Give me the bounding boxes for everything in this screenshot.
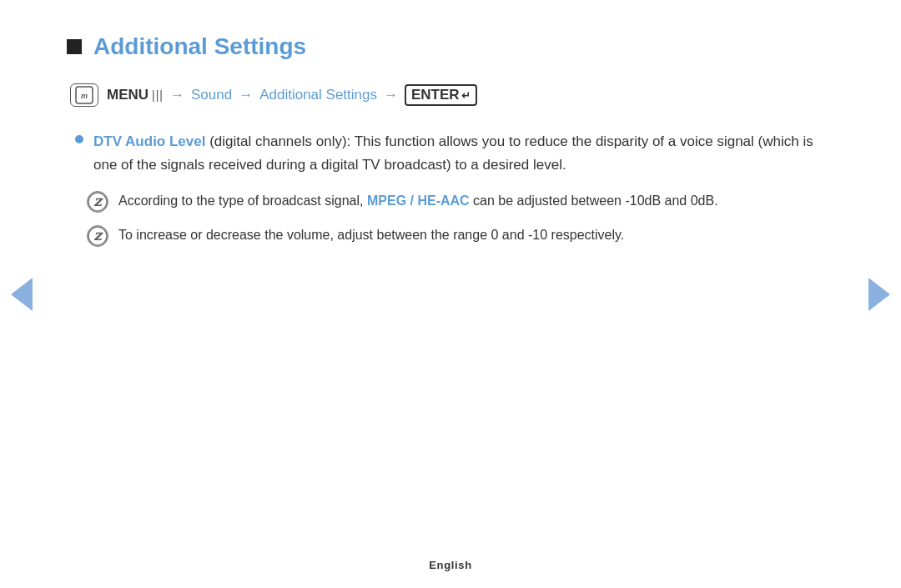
menu-sound: Sound xyxy=(191,87,232,103)
menu-keyword: MENU xyxy=(107,87,148,103)
menu-additional: Additional Settings xyxy=(259,87,377,103)
note-items: ℤ According to the type of broadcast sig… xyxy=(87,190,834,247)
svg-text:m: m xyxy=(81,92,88,100)
bullet-dot-icon xyxy=(75,135,83,143)
footer-language: English xyxy=(429,559,472,571)
note1-text-after: can be adjusted between -10dB and 0dB. xyxy=(470,193,718,208)
bullet-text: DTV Audio Level (digital channels only):… xyxy=(93,130,834,177)
note-icon-2: ℤ xyxy=(87,225,108,247)
note-item-2: ℤ To increase or decrease the volume, ad… xyxy=(87,224,834,247)
note-text-1: According to the type of broadcast signa… xyxy=(118,190,718,212)
page-container: Additional Settings m MENU ||| → Sound →… xyxy=(0,0,901,588)
note-icon-1: ℤ xyxy=(87,191,108,213)
menu-arrow-3: → xyxy=(384,87,398,103)
enter-key: ENTER↵ xyxy=(405,84,477,106)
menu-bars-icon: ||| xyxy=(152,88,164,102)
section-title: Additional Settings xyxy=(93,33,306,60)
menu-icon: m xyxy=(70,83,98,107)
note1-text-before: According to the type of broadcast signa… xyxy=(118,193,367,208)
svg-text:ℤ: ℤ xyxy=(94,197,104,209)
note-item-1: ℤ According to the type of broadcast sig… xyxy=(87,190,834,213)
enter-label: ENTER xyxy=(411,87,460,103)
section-title-row: Additional Settings xyxy=(67,33,834,60)
menu-arrow-1: → xyxy=(170,87,184,103)
menu-path-row: m MENU ||| → Sound → Additional Settings… xyxy=(70,83,834,107)
content-area: DTV Audio Level (digital channels only):… xyxy=(75,130,834,247)
menu-arrow-2: → xyxy=(239,87,253,103)
section-square-icon xyxy=(67,39,82,54)
dtv-audio-level-term: DTV Audio Level xyxy=(93,133,205,149)
svg-text:ℤ: ℤ xyxy=(94,231,104,243)
enter-arrow-icon: ↵ xyxy=(461,89,471,102)
bullet-item: DTV Audio Level (digital channels only):… xyxy=(75,130,834,177)
note-text-2: To increase or decrease the volume, adju… xyxy=(118,224,624,246)
note1-highlight: MPEG / HE-AAC xyxy=(367,193,470,208)
